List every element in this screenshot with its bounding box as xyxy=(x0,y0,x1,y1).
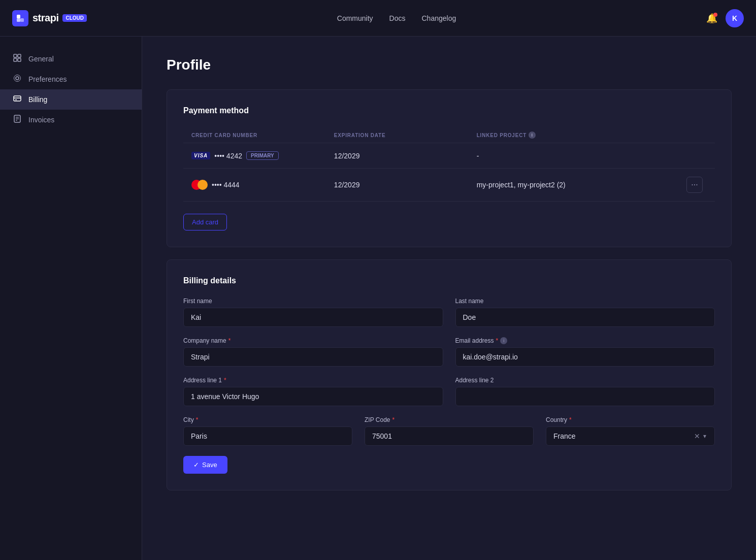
country-required-star: * xyxy=(569,416,572,423)
add-card-button[interactable]: Add card xyxy=(183,214,227,230)
zip-label: ZIP Code * xyxy=(365,416,534,423)
sidebar-invoices-label: Invoices xyxy=(28,116,54,124)
country-value: France xyxy=(553,432,692,440)
email-input[interactable] xyxy=(455,347,715,367)
general-icon xyxy=(12,54,22,64)
strapi-logo[interactable]: strapi CLOUD xyxy=(12,10,87,26)
main-content: Profile Payment method CREDIT CARD NUMBE… xyxy=(142,37,756,560)
form-row-address: Address line 1 * Address line 2 xyxy=(183,377,715,406)
form-group-first-name: First name xyxy=(183,298,443,327)
nav-docs[interactable]: Docs xyxy=(389,14,406,22)
primary-badge: PRIMARY xyxy=(246,151,279,160)
form-group-address1: Address line 1 * xyxy=(183,377,443,406)
form-group-email: Email address * i xyxy=(455,337,715,367)
form-group-city: City * xyxy=(183,416,352,446)
layout: General Preferences Billing xyxy=(0,37,756,560)
company-required-star: * xyxy=(228,337,231,344)
linked-project-info-icon[interactable]: i xyxy=(529,131,536,139)
address1-required-star: * xyxy=(224,377,226,384)
address1-input[interactable] xyxy=(183,387,443,406)
svg-rect-2 xyxy=(17,18,20,22)
nav-community[interactable]: Community xyxy=(337,14,373,22)
mastercard-linked-project: my-project1, my-project2 (2) xyxy=(477,181,678,189)
logo-text: strapi xyxy=(32,12,58,24)
company-input[interactable] xyxy=(183,347,443,367)
sidebar-item-billing[interactable]: Billing xyxy=(0,89,142,110)
form-group-country: Country * France ✕ ▾ xyxy=(546,416,715,446)
form-row-name: First name Last name xyxy=(183,298,715,327)
notification-dot xyxy=(713,13,717,17)
form-group-address2: Address line 2 xyxy=(455,377,715,406)
form-row-city-zip-country: City * ZIP Code * Country * xyxy=(183,416,715,446)
country-select-wrapper[interactable]: France ✕ ▾ xyxy=(546,426,715,446)
payment-section-title: Payment method xyxy=(183,106,715,115)
mastercard-expiry: 12/2029 xyxy=(334,181,469,189)
payment-method-card: Payment method CREDIT CARD NUMBER EXPIRA… xyxy=(167,89,732,247)
header-left: strapi CLOUD xyxy=(12,10,87,26)
save-button[interactable]: ✓ Save xyxy=(183,456,227,474)
city-required-star: * xyxy=(196,416,199,423)
notifications-button[interactable]: 🔔 xyxy=(706,13,717,24)
header-actions: 🔔 K xyxy=(706,9,744,27)
visa-logo: VISA xyxy=(191,152,210,159)
svg-rect-6 xyxy=(18,58,21,61)
city-input[interactable] xyxy=(183,426,352,446)
first-name-input[interactable] xyxy=(183,308,443,327)
save-label: Save xyxy=(202,461,217,469)
save-checkmark-icon: ✓ xyxy=(193,461,199,469)
mc-circle-orange xyxy=(198,180,208,190)
mastercard-more-button[interactable]: ··· xyxy=(686,177,703,193)
preferences-icon xyxy=(12,74,22,84)
sidebar-item-general[interactable]: General xyxy=(0,49,142,69)
country-clear-button[interactable]: ✕ xyxy=(692,432,702,440)
city-label: City * xyxy=(183,416,352,423)
svg-rect-3 xyxy=(14,54,17,57)
avatar[interactable]: K xyxy=(726,9,744,27)
cloud-badge: CLOUD xyxy=(62,14,87,22)
svg-rect-1 xyxy=(20,18,24,22)
visa-linked-project: - xyxy=(477,152,678,160)
payment-row-visa: VISA •••• 4242 PRIMARY 12/2029 - xyxy=(183,143,715,169)
email-info-icon[interactable]: i xyxy=(500,337,507,344)
svg-rect-5 xyxy=(14,58,17,61)
svg-rect-9 xyxy=(14,96,21,101)
sidebar-billing-label: Billing xyxy=(28,95,47,104)
sidebar-item-invoices[interactable]: Invoices xyxy=(0,110,142,130)
form-group-company: Company name * xyxy=(183,337,443,367)
email-label: Email address * i xyxy=(455,337,715,344)
address1-label: Address line 1 * xyxy=(183,377,443,384)
visa-expiry: 12/2029 xyxy=(334,152,469,160)
form-group-zip: ZIP Code * xyxy=(365,416,534,446)
visa-card-number: VISA •••• 4242 PRIMARY xyxy=(191,151,326,160)
svg-rect-4 xyxy=(18,54,21,57)
billing-details-card: Billing details First name Last name xyxy=(167,259,732,490)
header: strapi CLOUD Community Docs Changelog 🔔 … xyxy=(0,0,756,37)
nav-changelog[interactable]: Changelog xyxy=(422,14,456,22)
sidebar-item-preferences[interactable]: Preferences xyxy=(0,69,142,89)
col-header-card-number: CREDIT CARD NUMBER xyxy=(191,131,326,139)
svg-point-7 xyxy=(16,77,19,80)
col-header-expiration: EXPIRATION DATE xyxy=(334,131,469,139)
invoices-icon xyxy=(12,115,22,125)
zip-required-star: * xyxy=(392,416,395,423)
last-name-input[interactable] xyxy=(455,308,715,327)
zip-input[interactable] xyxy=(365,426,534,446)
page-title: Profile xyxy=(167,57,732,73)
address2-label: Address line 2 xyxy=(455,377,715,384)
payment-table-header: CREDIT CARD NUMBER EXPIRATION DATE LINKE… xyxy=(183,127,715,143)
address2-input[interactable] xyxy=(455,387,715,406)
country-label: Country * xyxy=(546,416,715,423)
form-row-company-email: Company name * Email address * i xyxy=(183,337,715,367)
email-required-star: * xyxy=(496,337,499,344)
col-header-linked-project: LINKED PROJECT i xyxy=(477,131,678,139)
form-group-last-name: Last name xyxy=(455,298,715,327)
chevron-down-icon: ▾ xyxy=(702,433,707,440)
billing-icon xyxy=(12,94,22,105)
svg-rect-0 xyxy=(17,15,20,18)
sidebar-preferences-label: Preferences xyxy=(28,75,67,83)
svg-point-8 xyxy=(14,75,21,82)
header-nav: Community Docs Changelog xyxy=(337,14,456,22)
last-name-label: Last name xyxy=(455,298,715,305)
mastercard-card-number: •••• 4444 xyxy=(191,180,326,190)
add-card-section: Add card xyxy=(183,210,715,230)
